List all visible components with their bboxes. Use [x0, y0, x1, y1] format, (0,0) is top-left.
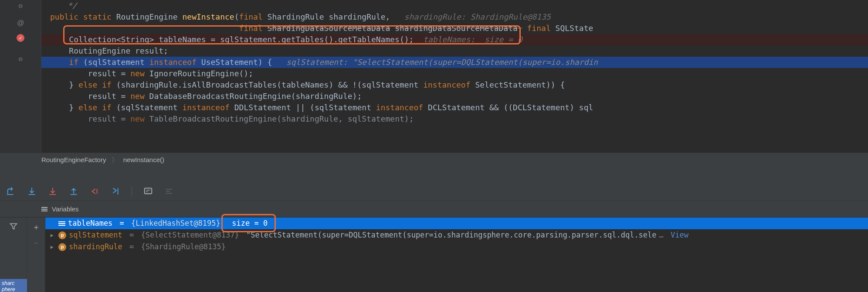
- collapse-icon[interactable]: ⊖: [18, 55, 23, 63]
- override-icon[interactable]: @: [17, 19, 24, 27]
- step-out-icon[interactable]: [69, 187, 78, 196]
- gutter: ⊖ @ ⊖: [0, 0, 41, 153]
- force-step-into-icon[interactable]: [48, 187, 58, 196]
- inline-hint: shardingRule: ShardingRule@8135: [404, 12, 551, 21]
- variable-type: {LinkedHashSet@8195}: [131, 217, 220, 229]
- variables-tree[interactable]: tableNames = {LinkedHashSet@8195} size =…: [45, 217, 868, 292]
- filter-icon[interactable]: [9, 222, 18, 232]
- code-line: RoutingEngine result;: [41, 45, 868, 57]
- variable-type: {ShardingRule@8135}: [141, 241, 226, 253]
- add-watch-icon[interactable]: ＋: [32, 222, 40, 232]
- separator: [132, 186, 132, 197]
- code-line: } else if (sqlStatement instanceof DDLSt…: [41, 102, 868, 113]
- trace-current-icon[interactable]: [164, 187, 174, 196]
- variables-label: Variables: [52, 205, 78, 213]
- evaluate-expression-icon[interactable]: [143, 187, 153, 196]
- variable-row[interactable]: tableNames = {LinkedHashSet@8195} size =…: [45, 217, 868, 229]
- variables-panel-header[interactable]: Variables: [0, 201, 868, 217]
- breadcrumb-item[interactable]: newInstance(): [123, 156, 164, 163]
- code-line: final ShardingDataSourceMetaData shardin…: [41, 23, 868, 34]
- variable-row[interactable]: ▸ p sqlStatement = {SelectStatement@8137…: [45, 229, 868, 241]
- frames-sidebar: sharc phere: [0, 217, 27, 292]
- variable-name: sqlStatement: [69, 229, 122, 241]
- drop-frame-icon[interactable]: [90, 187, 99, 196]
- chevron-right-icon: 〉: [108, 156, 122, 163]
- parameter-icon: p: [58, 231, 66, 239]
- variable-row[interactable]: ▸ p shardingRule = {ShardingRule@8135}: [45, 241, 868, 253]
- code-line: result = new DatabaseBroadcastRoutingEng…: [41, 91, 868, 102]
- step-over-icon[interactable]: [6, 187, 16, 196]
- code-line: public static RoutingEngine newInstance(…: [41, 11, 868, 23]
- view-link[interactable]: View: [666, 229, 688, 241]
- breakpoint-icon[interactable]: [17, 34, 24, 42]
- inline-hint: sqlStatement: "SelectStatement(super=DQL…: [286, 58, 598, 67]
- variable-size: size = 0: [223, 217, 268, 229]
- breadcrumb[interactable]: RoutingEngineFactory 〉 newInstance(): [0, 153, 868, 166]
- code-comment: */: [50, 1, 77, 10]
- remove-watch-icon[interactable]: －: [32, 238, 40, 248]
- variable-value: "SelectStatement(super=DQLStatement(supe…: [246, 229, 657, 241]
- expand-arrow-icon[interactable]: ▸: [50, 241, 56, 253]
- inline-hint: tableNames: size = 0: [423, 35, 522, 44]
- blank-arrow: [50, 217, 56, 229]
- variables-sidebar: ＋ －: [27, 217, 45, 292]
- code-line-execution: if (sqlStatement instanceof UseStatement…: [41, 57, 868, 68]
- editor-area: ⊖ @ ⊖ */ public static RoutingEngine new…: [0, 0, 868, 153]
- code-line: result = new IgnoreRoutingEngine();: [41, 68, 868, 79]
- variable-name: tableNames: [68, 217, 112, 229]
- breadcrumb-item[interactable]: RoutingEngineFactory: [41, 156, 106, 163]
- panel-divider[interactable]: [0, 166, 868, 182]
- list-icon: [58, 221, 65, 226]
- svg-rect-9: [145, 188, 152, 194]
- code-line: } else if (shardingRule.isAllBroadcastTa…: [41, 79, 868, 91]
- code-line-breakpoint: Collection<String> tableNames = sqlState…: [41, 34, 868, 45]
- code-line: result = new TableBroadcastRoutingEngine…: [41, 113, 868, 125]
- code-area[interactable]: */ public static RoutingEngine newInstan…: [41, 0, 868, 153]
- frame-label[interactable]: sharc phere: [0, 279, 27, 292]
- run-to-cursor-icon[interactable]: [111, 187, 120, 196]
- variable-type: {SelectStatement@8137}: [141, 229, 244, 241]
- variables-panel: sharc phere ＋ － tableNames = {LinkedHash…: [0, 217, 868, 292]
- variable-name: shardingRule: [69, 241, 122, 253]
- collapse-icon[interactable]: ⊖: [18, 2, 23, 10]
- parameter-icon: p: [58, 243, 66, 251]
- list-icon: [41, 207, 47, 211]
- step-into-icon[interactable]: [27, 187, 37, 196]
- debug-toolbar: [0, 182, 868, 201]
- expand-arrow-icon[interactable]: ▸: [50, 229, 56, 241]
